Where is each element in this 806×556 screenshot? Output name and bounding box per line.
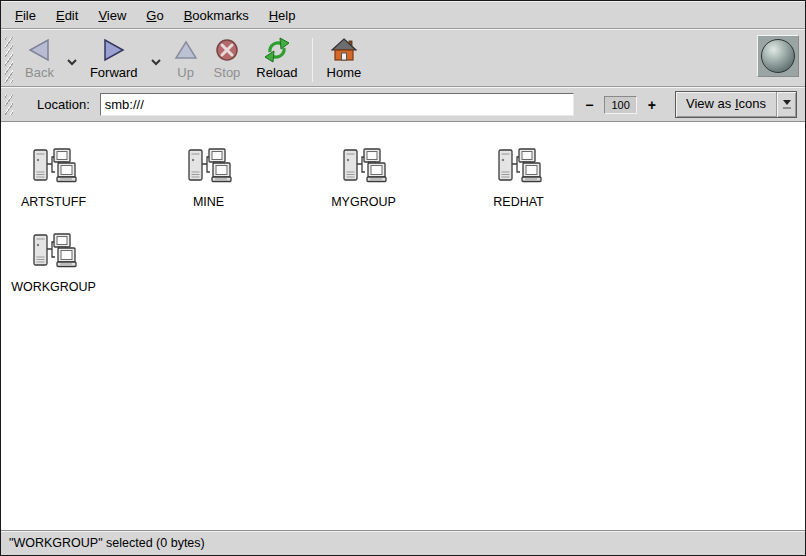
share-label: WORKGROUP: [11, 280, 96, 294]
toolbar-separator: [312, 38, 313, 82]
up-button[interactable]: Up: [166, 34, 206, 81]
stop-icon: [215, 36, 239, 64]
status-text: "WORKGROUP" selected (0 bytes): [9, 536, 205, 550]
forward-button[interactable]: Forward: [82, 34, 146, 81]
location-bar: Location: − 100 + View as Icons: [1, 88, 805, 121]
stop-label: Stop: [214, 65, 241, 80]
menu-bar: File Edit View Go Bookmarks Help: [1, 1, 805, 28]
network-share-item[interactable]: REDHAT: [476, 146, 561, 209]
back-icon: [26, 36, 52, 64]
workgroup-icon: [31, 146, 77, 192]
up-label: Up: [177, 65, 194, 80]
file-manager-window: File Edit View Go Bookmarks Help Back: [0, 0, 806, 556]
forward-dropdown-chevron-icon[interactable]: [146, 52, 166, 70]
share-label: MINE: [193, 195, 224, 209]
view-as-dropdown[interactable]: View as Icons: [675, 91, 797, 118]
network-share-item[interactable]: WORKGROUP: [11, 231, 96, 294]
throbber-sphere-icon: [761, 39, 795, 73]
network-share-item[interactable]: ARTSTUFF: [11, 146, 96, 209]
menu-item[interactable]: Help: [259, 4, 306, 27]
location-label: Location:: [37, 97, 90, 112]
toolbar-grip-handle[interactable]: [5, 37, 13, 83]
reload-icon: [264, 36, 290, 64]
dropdown-arrow-icon: [776, 92, 796, 117]
forward-label: Forward: [90, 65, 138, 80]
back-dropdown-chevron-icon[interactable]: [62, 52, 82, 70]
up-icon: [174, 36, 198, 64]
home-label: Home: [327, 65, 362, 80]
menu-item[interactable]: Bookmarks: [174, 4, 259, 27]
reload-label: Reload: [256, 65, 297, 80]
home-icon: [331, 36, 357, 64]
zoom-out-button[interactable]: −: [580, 97, 598, 113]
menu-item[interactable]: View: [88, 4, 136, 27]
throbber: [757, 35, 799, 77]
location-input[interactable]: [100, 93, 575, 116]
workgroup-icon: [496, 146, 542, 192]
location-bar-grip-handle[interactable]: [5, 95, 13, 115]
workgroup-icon: [186, 146, 232, 192]
menu-item[interactable]: Edit: [46, 4, 88, 27]
view-as-label: View as Icons: [676, 92, 776, 117]
reload-button[interactable]: Reload: [248, 34, 305, 81]
forward-icon: [101, 36, 127, 64]
share-label: ARTSTUFF: [21, 195, 86, 209]
stop-button[interactable]: Stop: [206, 34, 249, 81]
network-share-item[interactable]: MYGROUP: [321, 146, 406, 209]
icon-view-pane[interactable]: ARTSTUFF: [1, 121, 805, 530]
network-share-item[interactable]: MINE: [166, 146, 251, 209]
workgroup-icon: [31, 231, 77, 277]
status-bar: "WORKGROUP" selected (0 bytes): [1, 530, 805, 555]
share-label: MYGROUP: [331, 195, 396, 209]
workgroup-icon: [341, 146, 387, 192]
icon-grid: ARTSTUFF: [11, 146, 641, 294]
share-label: REDHAT: [493, 195, 543, 209]
back-button[interactable]: Back: [17, 34, 62, 81]
menu-item[interactable]: Go: [136, 4, 173, 27]
home-button[interactable]: Home: [319, 34, 370, 81]
menu-item[interactable]: File: [5, 4, 46, 27]
zoom-in-button[interactable]: +: [643, 97, 661, 113]
toolbar: Back Forward Up: [1, 30, 805, 86]
zoom-level-indicator[interactable]: 100: [604, 96, 636, 114]
back-label: Back: [25, 65, 54, 80]
